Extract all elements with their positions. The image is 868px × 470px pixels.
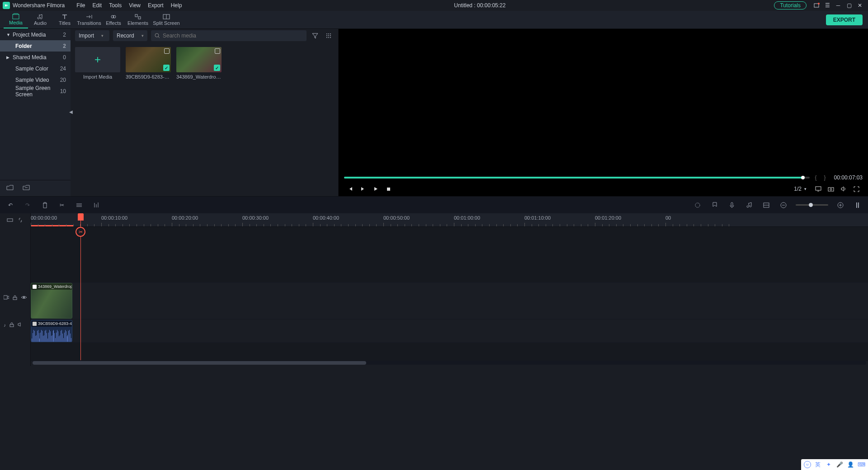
svg-rect-39: [858, 202, 859, 208]
search-input-wrapper[interactable]: [151, 30, 307, 41]
mark-out-icon[interactable]: }: [822, 174, 828, 181]
track-empty[interactable]: [31, 343, 868, 361]
display-icon[interactable]: [812, 183, 825, 194]
tray-icon[interactable]: ⌨: [857, 461, 865, 469]
quality-value: 1/2: [794, 186, 802, 192]
delete-folder-icon[interactable]: [23, 184, 30, 192]
minimize-button[interactable]: ─: [833, 1, 844, 10]
menu-export[interactable]: Export: [144, 2, 167, 9]
tab-elements[interactable]: Elements: [126, 10, 150, 28]
notifications-icon[interactable]: [811, 1, 822, 10]
audio-adjust-button[interactable]: [91, 200, 101, 210]
ribbon: Media Audio Titles Transitions Effects E…: [0, 11, 868, 29]
tab-audio[interactable]: Audio: [28, 10, 52, 28]
mixer-icon[interactable]: [761, 200, 771, 210]
menu-file[interactable]: File: [73, 2, 89, 9]
stop-button[interactable]: [382, 183, 395, 194]
grid-view-icon[interactable]: [324, 31, 334, 41]
menu-help[interactable]: Help: [167, 2, 186, 9]
collapse-sidebar-icon[interactable]: ◀: [69, 109, 73, 114]
music-icon[interactable]: [744, 200, 754, 210]
audio-track[interactable]: 39CB59D9-6283-4CD...: [31, 320, 868, 343]
mark-in-icon[interactable]: {: [813, 174, 819, 181]
tray-icon[interactable]: 英: [814, 461, 822, 469]
split-button[interactable]: ✂: [57, 200, 67, 210]
crop-button[interactable]: [74, 200, 84, 210]
tray-icon[interactable]: 👤: [846, 461, 854, 469]
search-input[interactable]: [163, 33, 303, 39]
voiceover-icon[interactable]: [727, 200, 737, 210]
menu-icon[interactable]: ☰: [822, 1, 833, 10]
tray-icon[interactable]: ✦: [825, 461, 833, 469]
redo-button[interactable]: ↷: [23, 200, 33, 210]
fullscreen-icon[interactable]: [850, 183, 863, 194]
zoom-slider[interactable]: [796, 204, 828, 206]
video-clip[interactable]: 343869_Waterdrops_...: [31, 283, 72, 319]
tab-effects[interactable]: Effects: [101, 10, 126, 28]
snapshot-icon[interactable]: [825, 183, 837, 194]
new-folder-icon[interactable]: [6, 184, 14, 192]
zoom-out-button[interactable]: [778, 200, 788, 210]
tab-titles[interactable]: Titles: [52, 10, 77, 28]
delete-button[interactable]: [40, 200, 50, 210]
render-icon[interactable]: [693, 200, 703, 210]
tab-transitions[interactable]: Transitions: [77, 10, 101, 28]
filter-icon[interactable]: [310, 31, 320, 41]
media-tile[interactable]: ✓ 343869_Waterdrops...: [176, 47, 222, 192]
sidebar-item-sample-video[interactable]: Sample Video20: [0, 74, 71, 85]
media-tile-import[interactable]: + Import Media: [75, 47, 120, 192]
undo-button[interactable]: ↶: [5, 200, 15, 210]
scissor-icon[interactable]: ✂: [75, 227, 85, 237]
tray-icon[interactable]: u: [804, 461, 811, 468]
timeline-scrollbar[interactable]: [31, 361, 868, 365]
tab-media-label: Media: [9, 20, 23, 25]
prev-frame-button[interactable]: [344, 183, 357, 194]
svg-rect-42: [13, 297, 17, 300]
record-dropdown[interactable]: Record▾: [113, 30, 147, 41]
video-track[interactable]: 343869_Waterdrops_...: [31, 282, 868, 320]
timeline: ♪ 00:00:00:0000:00:10:0000:00:20:0000:00…: [0, 213, 868, 366]
track-video-icon[interactable]: [4, 295, 9, 301]
sidebar-item-folder[interactable]: Folder2: [0, 40, 71, 52]
export-button[interactable]: EXPORT: [826, 14, 863, 25]
marker-icon[interactable]: [710, 200, 720, 210]
playhead[interactable]: ✂: [80, 213, 81, 360]
play-button[interactable]: [369, 183, 382, 194]
preview-duration: 00:00:07:03: [834, 174, 863, 181]
zoom-fit-button[interactable]: [853, 200, 863, 210]
menu-tools[interactable]: Tools: [105, 2, 125, 9]
tab-media[interactable]: Media: [4, 10, 28, 28]
chevron-down-icon: ▾: [142, 33, 144, 38]
import-label: Import: [79, 33, 94, 39]
link-icon[interactable]: [15, 215, 25, 225]
sidebar-item-sample-color[interactable]: Sample Color24: [0, 63, 71, 74]
tutorials-button[interactable]: Tutorials: [774, 1, 807, 9]
track-empty[interactable]: [31, 227, 868, 282]
maximize-button[interactable]: ▢: [844, 1, 854, 10]
mute-icon[interactable]: [18, 322, 23, 328]
import-dropdown[interactable]: Import▾: [75, 30, 109, 41]
sidebar-item-shared-media[interactable]: ▶Shared Media0: [0, 52, 71, 63]
track-audio-icon[interactable]: ♪: [4, 323, 6, 328]
preview-canvas[interactable]: [339, 29, 868, 174]
close-button[interactable]: ✕: [854, 1, 865, 10]
timeline-ruler[interactable]: 00:00:00:0000:00:10:0000:00:20:0000:00:3…: [31, 213, 868, 227]
media-tile[interactable]: ✓ 39CB59D9-6283-4CD...: [126, 47, 171, 192]
next-frame-button[interactable]: [357, 183, 369, 194]
zoom-in-button[interactable]: [835, 200, 845, 210]
eye-icon[interactable]: [21, 295, 27, 301]
audio-track-controls: ♪: [0, 313, 30, 337]
lock-icon[interactable]: [13, 295, 17, 301]
sidebar-item-project-media[interactable]: ▼Project Media2: [0, 29, 71, 40]
preview-progress[interactable]: [344, 177, 810, 179]
audio-clip[interactable]: 39CB59D9-6283-4CD...: [31, 320, 72, 342]
tray-icon[interactable]: 🎤: [835, 461, 844, 469]
ripple-icon[interactable]: [5, 215, 15, 225]
menu-view[interactable]: View: [125, 2, 144, 9]
quality-dropdown[interactable]: 1/2▾: [794, 186, 807, 192]
menu-edit[interactable]: Edit: [89, 2, 106, 9]
sidebar-item-sample-green[interactable]: Sample Green Screen10: [0, 85, 71, 97]
tab-split-screen[interactable]: Split Screen: [150, 10, 183, 28]
lock-icon[interactable]: [9, 322, 14, 328]
volume-icon[interactable]: [837, 183, 850, 194]
